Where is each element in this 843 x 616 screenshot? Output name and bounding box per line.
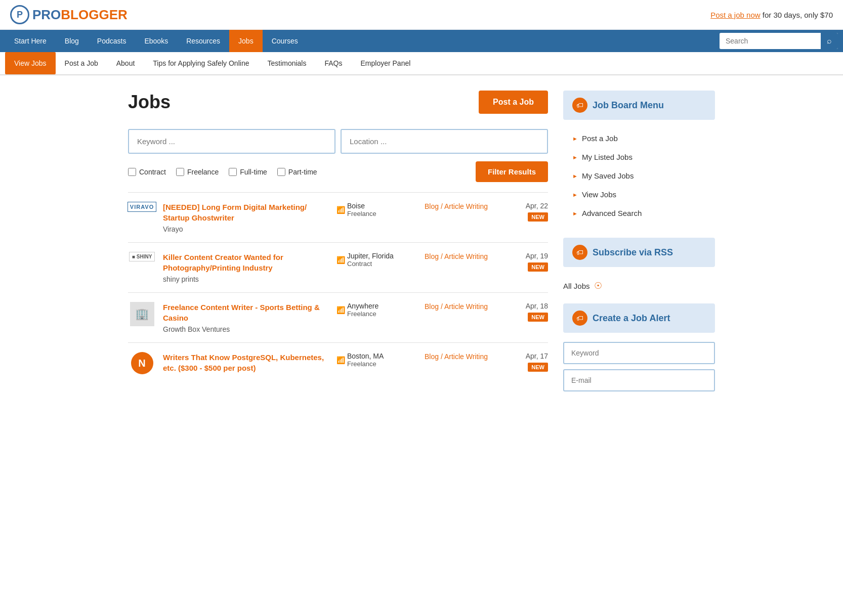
logo-blogger: BLOGGER [61,7,127,23]
job-date-2: Apr, 18 [508,302,548,310]
arrow-icon-4: ► [572,210,578,216]
sidebar-item-post-a-job-label: Post a Job [582,134,618,143]
alert-keyword-input[interactable] [563,342,715,364]
keyword-input[interactable] [128,129,335,154]
filter-freelance[interactable]: Freelance [176,168,219,176]
content-area: Jobs Post a Job Contract Freelance [128,91,548,391]
filter-contract[interactable]: Contract [128,168,166,176]
sidebar-alert-title: Create a Job Alert [593,313,670,324]
job-meta-1: Apr, 19 NEW [508,252,548,272]
logo-icon: P [10,5,29,24]
nav-item-start-here[interactable]: Start Here [5,30,56,52]
job-details-0: [NEEDED] Long Form Digital Marketing/ St… [163,202,329,233]
post-job-button[interactable]: Post a Job [479,91,548,114]
sub-nav: View Jobs Post a Job About Tips for Appl… [0,52,843,75]
job-title-link-0[interactable]: [NEEDED] Long Form Digital Marketing/ St… [163,203,307,222]
filter-results-button[interactable]: Filter Results [476,161,548,182]
job-date-3: Apr, 17 [508,352,548,360]
subnav-item-tips[interactable]: Tips for Applying Safely Online [144,52,258,74]
nav-item-resources[interactable]: Resources [177,30,229,52]
sidebar-item-advanced-search-label: Advanced Search [582,209,642,217]
job-list: VIRAVO [NEEDED] Long Form Digital Market… [128,192,548,384]
job-title-link-1[interactable]: Killer Content Creator Wanted for Photog… [163,253,283,272]
sidebar-item-view-jobs-label: View Jobs [582,190,616,199]
arrow-icon-0: ► [572,136,578,142]
new-badge-3: NEW [528,363,548,372]
rss-all-jobs: All Jobs ☉ [563,276,715,293]
shiny-logo-text: ■ SHINY [129,252,155,261]
job-meta-2: Apr, 18 NEW [508,302,548,322]
checkbox-parttime[interactable] [277,168,285,176]
job-meta-0: Apr, 22 NEW [508,202,548,222]
job-location-text-3: Boston, MA [347,352,384,360]
job-type-0: Freelance [347,210,376,217]
sidebar-item-post-a-job[interactable]: ► Post a Job [563,129,715,148]
job-category-link-2[interactable]: Blog / Article Writing [425,302,488,311]
new-badge-1: NEW [528,262,548,272]
rss-tag-icon: 🏷 [572,245,587,260]
job-location-0: 📶 Boise Freelance [336,202,417,217]
job-category-link-3[interactable]: Blog / Article Writing [425,353,488,361]
wifi-icon-3: 📶 [336,356,345,364]
sidebar-job-board-menu-title: Job Board Menu [593,100,664,111]
nav-item-blog[interactable]: Blog [56,30,88,52]
subnav-item-view-jobs[interactable]: View Jobs [5,52,56,74]
filter-fulltime-label: Full-time [240,168,267,176]
sidebar-item-my-listed-jobs[interactable]: ► My Listed Jobs [563,148,715,166]
filter-parttime[interactable]: Part-time [277,168,317,176]
sidebar-item-my-listed-jobs-label: My Listed Jobs [582,153,633,161]
post-job-promo-link[interactable]: Post a job now [710,11,760,19]
subnav-item-faqs[interactable]: FAQs [315,52,351,74]
checkbox-fulltime[interactable] [229,168,237,176]
wifi-icon-2: 📶 [336,306,345,314]
job-company-0: Virayo [163,225,329,233]
table-row: 🏢 Freelance Content Writer - Sports Bett… [128,292,548,342]
job-category-2: Blog / Article Writing [425,302,500,311]
nav-item-podcasts[interactable]: Podcasts [88,30,136,52]
wifi-icon-0: 📶 [336,206,345,214]
location-input[interactable] [341,129,548,154]
job-logo-shiny: ■ SHINY [128,252,156,261]
page-header: Jobs Post a Job [128,91,548,114]
sidebar-rss-area: All Jobs ☉ [563,271,715,303]
job-location-text-0: Boise [347,202,376,210]
job-title-link-3[interactable]: Writers That Know PostgreSQL, Kubernetes… [163,353,324,372]
sidebar-rss-title: Subscribe via RSS [593,247,673,258]
job-details-2: Freelance Content Writer - Sports Bettin… [163,302,329,333]
job-category-link-1[interactable]: Blog / Article Writing [425,252,488,260]
sidebar-item-my-saved-jobs[interactable]: ► My Saved Jobs [563,166,715,185]
subnav-item-about[interactable]: About [107,52,144,74]
main-layout: Jobs Post a Job Contract Freelance [118,91,725,391]
subnav-item-employer-panel[interactable]: Employer Panel [352,52,420,74]
page-title: Jobs [128,92,171,113]
checkbox-contract[interactable] [128,168,136,176]
filter-contract-label: Contract [139,168,166,176]
alert-email-input[interactable] [563,369,715,391]
job-category-link-0[interactable]: Blog / Article Writing [425,202,488,210]
job-title-2: Freelance Content Writer - Sports Bettin… [163,302,329,323]
top-bar: P PROBLOGGER Post a job now for 30 days,… [0,0,843,30]
filter-fulltime[interactable]: Full-time [229,168,267,176]
nav-item-courses[interactable]: Courses [263,30,307,52]
table-row: N Writers That Know PostgreSQL, Kubernet… [128,342,548,384]
subnav-item-testimonials[interactable]: Testimonials [258,52,315,74]
sidebar: 🏷 Job Board Menu ► Post a Job ► My Liste… [563,91,715,391]
sidebar-item-advanced-search[interactable]: ► Advanced Search [563,204,715,223]
job-title-link-2[interactable]: Freelance Content Writer - Sports Bettin… [163,303,320,322]
nav-item-ebooks[interactable]: Ebooks [135,30,177,52]
job-title-3: Writers That Know PostgreSQL, Kubernetes… [163,352,329,373]
search-button[interactable]: ⌕ [821,33,838,49]
job-location-1: 📶 Jupiter, Florida Contract [336,252,417,268]
nav-item-jobs[interactable]: Jobs [229,30,263,52]
job-category-0: Blog / Article Writing [425,202,500,210]
logo-pro: PRO [32,7,61,23]
job-logo-virayo: VIRAVO [128,202,156,212]
sidebar-item-view-jobs[interactable]: ► View Jobs [563,185,715,204]
rss-icon[interactable]: ☉ [594,280,602,291]
search-inputs [128,129,548,154]
building-icon: 🏢 [130,302,154,326]
checkbox-freelance[interactable] [176,168,184,176]
main-nav-items: Start Here Blog Podcasts Ebooks Resource… [5,30,720,52]
search-input[interactable] [720,33,821,49]
subnav-item-post-a-job[interactable]: Post a Job [56,52,107,74]
